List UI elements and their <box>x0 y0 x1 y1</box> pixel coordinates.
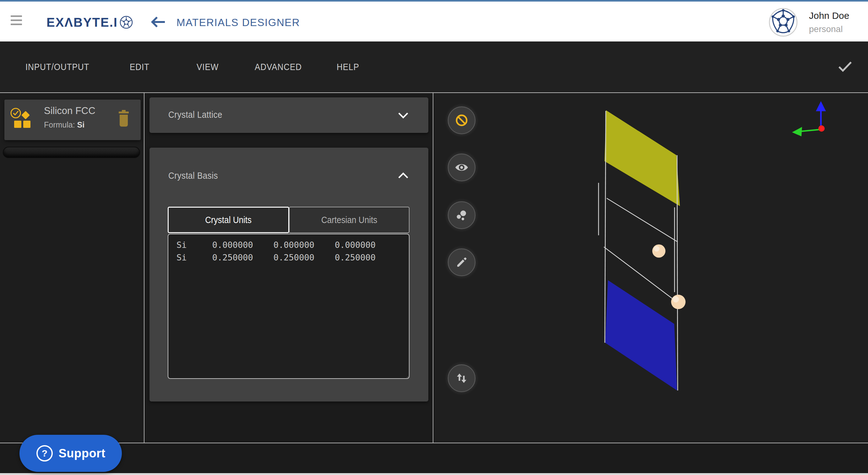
delete-material-icon[interactable] <box>118 109 130 127</box>
ban-icon <box>455 113 469 127</box>
import-export-button[interactable] <box>448 364 475 392</box>
main-menubar: INPUT/OUTPUT EDIT VIEW ADVANCED HELP <box>0 41 868 92</box>
wireframe-line <box>605 111 606 343</box>
user-account: personal <box>809 24 843 34</box>
chevron-up-icon[interactable] <box>398 172 409 179</box>
chevron-down-icon[interactable] <box>398 112 409 119</box>
atom-highlight <box>654 246 659 251</box>
source-editor-panel: Crystal Lattice Crystal Basis Crystal Un… <box>145 93 433 443</box>
x-axis-dot <box>818 125 825 131</box>
material-set-icon <box>10 108 31 131</box>
user-avatar[interactable] <box>769 8 798 37</box>
help-circle-icon: ? <box>36 445 53 462</box>
basis-coordinates-input[interactable]: Si 0.000000 0.000000 0.000000 Si 0.25000… <box>168 234 409 379</box>
viewer-canvas[interactable] <box>434 93 868 443</box>
deselect-tool-button[interactable] <box>448 107 475 134</box>
materials-scroll-track[interactable] <box>3 147 140 158</box>
materials-sidebar: Silicon FCC Formula: Si <box>0 93 145 443</box>
menu-item-view[interactable]: VIEW <box>196 62 222 72</box>
crystal-bottom-face <box>605 280 677 390</box>
crystal-basis-title: Crystal Basis <box>168 170 225 181</box>
materials-designer-app: EXΛBYTE.I MATERIALS DESIGNER <box>0 0 868 475</box>
user-name: John Doe <box>809 10 849 21</box>
menu-item-input-output[interactable]: INPUT/OUTPUT <box>25 62 99 72</box>
soccer-ball-icon <box>120 16 133 29</box>
support-button-label: Support <box>58 447 105 460</box>
hamburger-menu-icon[interactable] <box>11 16 22 26</box>
z-axis-arrowhead <box>816 101 826 111</box>
silicon-atom <box>652 244 665 258</box>
silicon-atom <box>671 295 686 309</box>
axes-widget <box>792 101 826 136</box>
crystal-top-face <box>604 110 680 206</box>
tab-crystal-units[interactable]: Crystal Units <box>168 207 289 233</box>
atoms-icon <box>455 208 469 222</box>
exabyte-logo-text: EXΛBYTE.I <box>46 13 118 31</box>
menu-item-help[interactable]: HELP <box>337 62 363 72</box>
edit-tool-button[interactable] <box>448 248 475 276</box>
visibility-tool-button[interactable] <box>448 154 475 181</box>
exabyte-logo[interactable]: EXΛBYTE.I <box>46 13 133 31</box>
crystal-basis-card: Crystal Basis Crystal Units Cartesian Un… <box>150 148 428 402</box>
y-axis <box>801 129 821 131</box>
eye-icon <box>455 160 469 175</box>
menu-item-advanced[interactable]: ADVANCED <box>255 62 309 72</box>
atoms-tool-button[interactable] <box>448 201 475 229</box>
basis-units-tabs: Crystal Units Cartesian Units <box>168 207 409 233</box>
silicon-atoms <box>652 244 686 309</box>
atom-highlight <box>673 296 679 302</box>
wireframe-line <box>607 198 678 242</box>
menu-item-edit[interactable]: EDIT <box>130 62 152 72</box>
crystal-lattice-card[interactable]: Crystal Lattice <box>150 97 428 133</box>
save-check-icon[interactable] <box>838 61 852 72</box>
viewer-3d-panel <box>434 93 868 443</box>
material-list-item[interactable]: Silicon FCC Formula: Si <box>4 99 141 140</box>
svg-text:?: ? <box>42 448 48 458</box>
y-axis-arrowhead <box>792 127 802 136</box>
support-button[interactable]: ? Support <box>20 435 122 472</box>
bottom-edge-strip <box>0 473 868 475</box>
app-header: EXΛBYTE.I MATERIALS DESIGNER <box>0 0 868 41</box>
material-name: Silicon FCC <box>44 105 95 117</box>
back-arrow-icon[interactable] <box>150 16 166 28</box>
bottom-bar <box>0 443 868 473</box>
material-formula: Formula: Si <box>44 120 85 129</box>
page-title: MATERIALS DESIGNER <box>177 17 300 29</box>
pencil-icon <box>455 256 469 269</box>
crystal-lattice-title: Crystal Lattice <box>168 109 230 120</box>
tab-cartesian-units[interactable]: Cartesian Units <box>289 207 410 233</box>
import-export-icon <box>455 371 469 385</box>
